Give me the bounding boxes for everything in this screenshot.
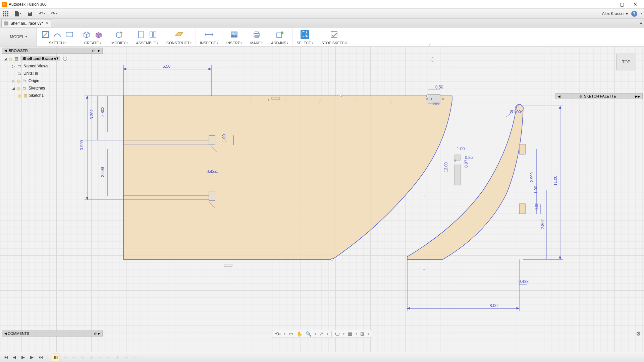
tree-origin[interactable]: ▷◍ 🗀 Origin [2,77,103,84]
browser-title: BROWSER [9,49,28,53]
tree-sketches[interactable]: ◢◍ 🗀 Sketches [2,84,103,92]
ribbon-label-modify[interactable]: MODIFY▾ [111,41,128,45]
ribbon-label-select[interactable]: SELECT▾ [297,41,313,45]
help-button[interactable]: ? [631,11,637,17]
select-icon[interactable] [301,30,309,39]
timeline-sketch-node[interactable]: ▥ [52,354,59,361]
joint-icon[interactable] [137,30,145,39]
timeline-play-button[interactable]: ▶ [20,354,26,360]
file-menu-button[interactable]: ▾ [14,10,21,17]
svg-point-24 [281,32,283,34]
box-icon[interactable] [82,30,91,39]
tree-named-views[interactable]: ▷🗀 Named Views [2,62,103,70]
zoom-icon[interactable]: 🔍 [306,331,311,337]
svg-rect-11 [66,32,73,37]
dimension-050: 0.50 [435,85,443,89]
save-button[interactable] [26,10,34,17]
ribbon-label-stop-sketch[interactable]: STOP SKETCH [321,41,347,45]
tree-root[interactable]: ◢◍ ▦ Shelf and Brace v7 [2,55,103,62]
display-settings-icon[interactable]: 🖵 [335,331,340,337]
svg-rect-44 [454,165,461,185]
stop-sketch-icon[interactable] [330,30,339,39]
close-button[interactable]: ✕ [629,0,642,9]
timeline-end-button[interactable]: ⏭ [38,354,44,360]
line-icon[interactable] [53,30,62,39]
pan-icon[interactable]: ✋ [297,331,302,337]
tab-close-button[interactable]: ✕ [46,21,49,25]
svg-rect-9 [29,12,31,13]
svg-rect-5 [7,13,8,14]
viewport-icon[interactable]: ⊞ [360,331,364,337]
maximize-button[interactable]: ▢ [615,0,629,9]
timeline-forward-button[interactable]: ▶ [29,354,35,360]
activate-radio[interactable] [63,57,67,61]
ribbon-label-make[interactable]: MAKE▾ [250,41,263,45]
data-panel-button[interactable] [2,10,9,17]
timeline-start-button[interactable]: ⏮ [3,354,9,360]
svg-point-79 [423,196,425,198]
sketch-canvas[interactable]: 12.5 10 7.5 5 2.5 0 2.5 [0,46,644,352]
tree-units[interactable]: 🗀 Units: in [2,70,103,77]
palette-collapse-icon[interactable]: ◀ [558,95,560,98]
plane-icon[interactable] [175,30,183,39]
visibility-bulb-icon[interactable]: ◍ [17,78,20,83]
comments-panel[interactable]: ◀ COMMENTS ⊙ ▶ [2,330,103,337]
sketch-palette-header[interactable]: ◀ ⊙ SKETCH PALETTE ▶▶ [555,93,643,99]
measure-icon[interactable] [205,30,213,39]
timeline-ghost: ⊹ [106,354,112,360]
svg-rect-21 [255,32,258,34]
ribbon-label-construct[interactable]: CONSTRUCT▾ [166,41,192,45]
svg-rect-3 [3,13,4,14]
fit-icon[interactable]: ⤢ [319,331,323,337]
press-pull-icon[interactable] [115,30,124,39]
svg-rect-27 [519,144,525,154]
timeline-ghost: ⊹ [114,354,120,360]
grid-settings-icon[interactable]: ▦ [348,331,352,337]
ribbon-label-insert[interactable]: INSERT▾ [226,41,242,45]
view-cube[interactable]: TOP [614,51,638,74]
ribbon-label-assemble[interactable]: ASSEMBLE▾ [136,41,158,45]
undo-button[interactable]: ↶▾ [38,10,46,17]
timeline-back-button[interactable]: ◀ [11,354,17,360]
settings-gear-icon[interactable]: ⚙ [636,330,641,337]
document-tab[interactable]: Shelf an...race v7* ✕ [1,19,51,27]
svg-text:1: 1 [431,97,432,101]
comments-pin-icon[interactable]: ⊙ [94,332,97,336]
orbit-icon[interactable]: ⟲◦ [275,331,281,337]
svg-rect-29 [209,135,215,145]
visibility-bulb-icon[interactable]: ◍ [17,86,20,91]
tabbar-expand-icon[interactable]: ▴ [640,20,642,25]
ribbon-label-sketch[interactable]: SKETCH▾ [49,41,66,45]
ribbon-label-inspect[interactable]: INSPECT▾ [200,41,218,45]
redo-button[interactable]: ↷▾ [50,10,58,17]
browser-header[interactable]: ◀ BROWSER ⊙ ▶ [2,48,103,54]
create-sketch-icon[interactable] [41,30,50,39]
visibility-bulb-icon[interactable]: ◍ [9,56,12,61]
look-at-icon[interactable]: ▭ [289,331,293,337]
timeline-ghost: ⊹ [62,354,68,360]
workspace-switcher[interactable]: MODEL ▾ [0,27,37,46]
decal-icon[interactable] [230,30,238,39]
sketch-palette: ◀ ⊙ SKETCH PALETTE ▶▶ [555,93,643,99]
dimension-slot-0438: 0.438 [207,169,217,174]
quick-access-toolbar: ▾ ↶▾ ↷▾ Alex Krasser ▾ ? ▾ [0,9,644,19]
addins-icon[interactable] [275,30,284,39]
ribbon-label-addins[interactable]: ADD-INS▾ [271,41,288,45]
rectangle-icon[interactable] [65,30,74,39]
user-name[interactable]: Alex Krasser ▾ [602,11,628,16]
ribbon-group-modify: MODIFY▾ [107,27,132,46]
palette-expand-icon[interactable]: ▶▶ [635,95,640,98]
extrude-icon[interactable] [94,30,103,39]
title-bar: F Autodesk Fusion 360 — ▢ ✕ [0,0,644,9]
svg-rect-13 [150,32,153,37]
ribbon-label-create[interactable]: CREATE▾ [84,41,101,45]
dimension-r1200: 12.00 [444,162,448,172]
minimize-button[interactable]: — [602,0,615,9]
visibility-bulb-icon[interactable]: ◍ [17,93,21,98]
print-icon[interactable] [252,30,261,39]
assemble-icon[interactable] [149,30,157,39]
view-cube-face[interactable]: TOP [616,54,636,70]
browser-pin-icon[interactable]: ⊙ [92,49,95,53]
tree-sketch1[interactable]: ◍ ▥ Sketch1 [2,92,103,99]
timeline-ghost: ⊹ [97,354,103,360]
